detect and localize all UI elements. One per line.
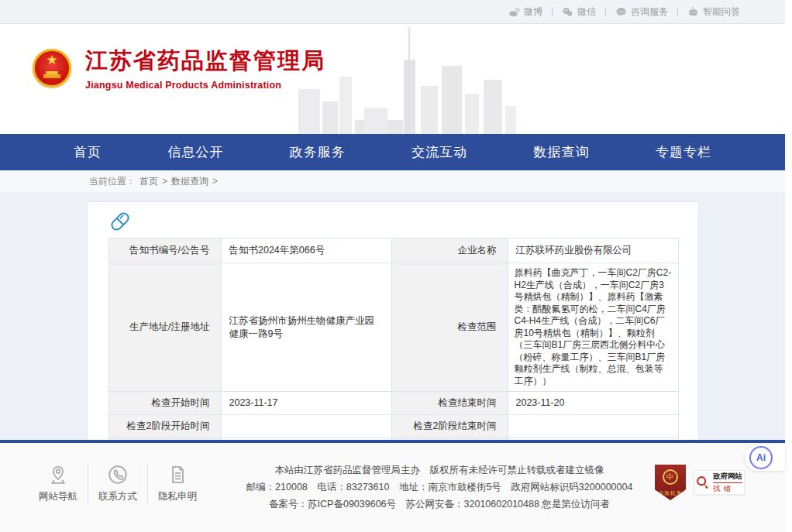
footer-line-contact: 邮编：210008 电话：83273610 地址：南京市鼓楼街5号 政府网站标识… bbox=[246, 479, 633, 496]
consult-service-link[interactable]: 咨询服务 bbox=[615, 5, 668, 19]
breadcrumb-separator: > bbox=[162, 176, 167, 187]
nav-item-gov-services[interactable]: 政务服务 bbox=[290, 143, 346, 161]
table-row: 生产地址/注册地址 江苏省扬州市扬州生物健康产业园健康一路9号 检查范围 原料药… bbox=[108, 263, 678, 392]
contact-link[interactable]: 联系方式 bbox=[95, 464, 141, 503]
field-value-company: 江苏联环药业股份有限公司 bbox=[508, 239, 678, 263]
footer-line-host: 本站由江苏省药品监督管理局主办 版权所有未经许可禁止转载或者建立镜像 bbox=[246, 462, 633, 479]
site-map-label: 网站导航 bbox=[39, 490, 77, 503]
gov-shield-badge[interactable]: 中 党政机关 bbox=[655, 465, 686, 500]
field-label-company: 企业名称 bbox=[391, 239, 508, 263]
field-value-notice-no: 告知书2024年第066号 bbox=[221, 239, 391, 263]
wechat-icon bbox=[562, 6, 573, 18]
field-value-scope: 原料药【曲克芦丁，一车间C2厂房C2-H2生产线（合成），一车间C2厂房3号精烘… bbox=[508, 263, 678, 392]
nav-item-data-query[interactable]: 数据查询 bbox=[534, 143, 590, 161]
star-icon: ★ bbox=[35, 53, 69, 67]
footer-badges: 中 党政机关 政府网站 找错 bbox=[655, 465, 745, 500]
shield-badge-label: 党政机关 bbox=[655, 490, 686, 497]
field-label-scope: 检查范围 bbox=[391, 263, 508, 392]
divider bbox=[552, 7, 553, 16]
breadcrumb-home[interactable]: 首页 bbox=[139, 175, 158, 188]
table-row: 检查2阶段开始时间 检查2阶段结束时间 bbox=[108, 415, 678, 438]
contact-label: 联系方式 bbox=[98, 490, 137, 503]
phone-icon bbox=[107, 464, 129, 486]
gov-site-error-report-badge[interactable]: 政府网站 找错 bbox=[694, 470, 745, 495]
table-row: 检查开始时间 2023-11-17 检查结束时间 2023-11-20 bbox=[108, 392, 678, 415]
field-value-start-date: 2023-11-17 bbox=[221, 392, 391, 415]
divider bbox=[88, 463, 88, 503]
footer-links: 网站导航 联系方式 隐私申明 bbox=[35, 463, 201, 503]
document-icon bbox=[167, 464, 188, 486]
ai-button-label: Ai bbox=[751, 448, 771, 468]
agency-titles: 江苏省药品监督管理局 Jiangsu Medical Products Admi… bbox=[85, 46, 325, 91]
site-header: ★ 江苏省药品监督管理局 Jiangsu Medical Products Ad… bbox=[0, 24, 785, 134]
error-badge-text: 政府网站 找错 bbox=[713, 472, 742, 494]
robot-icon bbox=[687, 6, 699, 18]
content-area: 告知书编号/公告号 告知书2024年第066号 企业名称 江苏联环药业股份有限公… bbox=[0, 192, 785, 440]
agency-title-en: Jiangsu Medical Products Administration bbox=[85, 80, 325, 91]
gate-icon bbox=[43, 71, 60, 78]
field-label-start-date: 检查开始时间 bbox=[108, 392, 221, 415]
field-label-notice-no: 告知书编号/公告号 bbox=[108, 239, 221, 263]
footer-text: 本站由江苏省药品监督管理局主办 版权所有未经许可禁止转载或者建立镜像 邮编：21… bbox=[246, 462, 633, 513]
page: 微博 微信 咨询服务 智能问答 bbox=[0, 0, 785, 532]
field-label-phase2-end: 检查2阶段结束时间 bbox=[391, 415, 508, 438]
main-nav: 首页 信息公开 政务服务 交流互动 数据查询 专题专栏 bbox=[0, 134, 785, 170]
nav-item-interaction[interactable]: 交流互动 bbox=[411, 143, 467, 161]
smart-qa-label: 智能问答 bbox=[703, 5, 740, 19]
map-pin-icon bbox=[47, 464, 69, 486]
weibo-icon bbox=[508, 6, 520, 18]
breadcrumb: 当前位置： 首页 > 数据查询 > bbox=[0, 170, 785, 192]
national-emblem-logo: ★ bbox=[33, 49, 71, 88]
field-label-address: 生产地址/注册地址 bbox=[108, 263, 221, 392]
field-label-end-date: 检查结束时间 bbox=[391, 392, 508, 415]
topbar: 微博 微信 咨询服务 智能问答 bbox=[0, 0, 785, 24]
nav-item-info-disclosure[interactable]: 信息公开 bbox=[167, 143, 223, 161]
magnifier-icon bbox=[694, 474, 711, 491]
nav-item-home[interactable]: 首页 bbox=[74, 143, 102, 161]
site-map-link[interactable]: 网站导航 bbox=[35, 464, 81, 503]
pill-capsule-icon bbox=[108, 210, 677, 236]
breadcrumb-data-query[interactable]: 数据查询 bbox=[171, 175, 208, 188]
weibo-link[interactable]: 微博 bbox=[508, 5, 542, 19]
wechat-label: 微信 bbox=[577, 5, 596, 19]
nav-item-special-topics[interactable]: 专题专栏 bbox=[656, 143, 711, 161]
divider bbox=[147, 463, 148, 503]
chat-bubble-icon bbox=[615, 6, 627, 18]
field-value-address: 江苏省扬州市扬州生物健康产业园健康一路9号 bbox=[221, 263, 391, 392]
error-badge-sub: 找错 bbox=[713, 484, 742, 494]
consult-service-label: 咨询服务 bbox=[631, 5, 668, 19]
table-row: 告知书编号/公告号 告知书2024年第066号 企业名称 江苏联环药业股份有限公… bbox=[108, 239, 678, 263]
agency-title-cn: 江苏省药品监督管理局 bbox=[85, 46, 325, 77]
divider bbox=[677, 7, 678, 16]
smart-qa-link[interactable]: 智能问答 bbox=[687, 5, 740, 19]
breadcrumb-separator: > bbox=[212, 176, 218, 187]
site-footer: 网站导航 联系方式 隐私申明 本站由江苏省药品监督管理局主办 版权所有未经许可禁… bbox=[0, 440, 785, 532]
field-value-phase2-start bbox=[221, 415, 391, 438]
ai-assistant-button[interactable]: Ai bbox=[749, 446, 773, 469]
error-badge-title: 政府网站 bbox=[713, 472, 742, 483]
field-value-phase2-end bbox=[508, 415, 678, 438]
divider bbox=[605, 7, 606, 16]
weibo-label: 微博 bbox=[524, 5, 542, 19]
field-value-end-date: 2023-11-20 bbox=[508, 392, 678, 415]
shield-emblem-icon: 中 bbox=[663, 469, 678, 485]
brand: ★ 江苏省药品监督管理局 Jiangsu Medical Products Ad… bbox=[33, 46, 325, 91]
field-label-phase2-start: 检查2阶段开始时间 bbox=[108, 415, 221, 438]
privacy-label: 隐私申明 bbox=[158, 490, 197, 503]
breadcrumb-prefix: 当前位置： bbox=[89, 175, 136, 188]
footer-line-icp: 备案号：苏ICP备09039606号 苏公网安备：32010602010488 … bbox=[246, 496, 633, 513]
wechat-link[interactable]: 微信 bbox=[562, 5, 596, 19]
privacy-link[interactable]: 隐私申明 bbox=[154, 464, 201, 503]
